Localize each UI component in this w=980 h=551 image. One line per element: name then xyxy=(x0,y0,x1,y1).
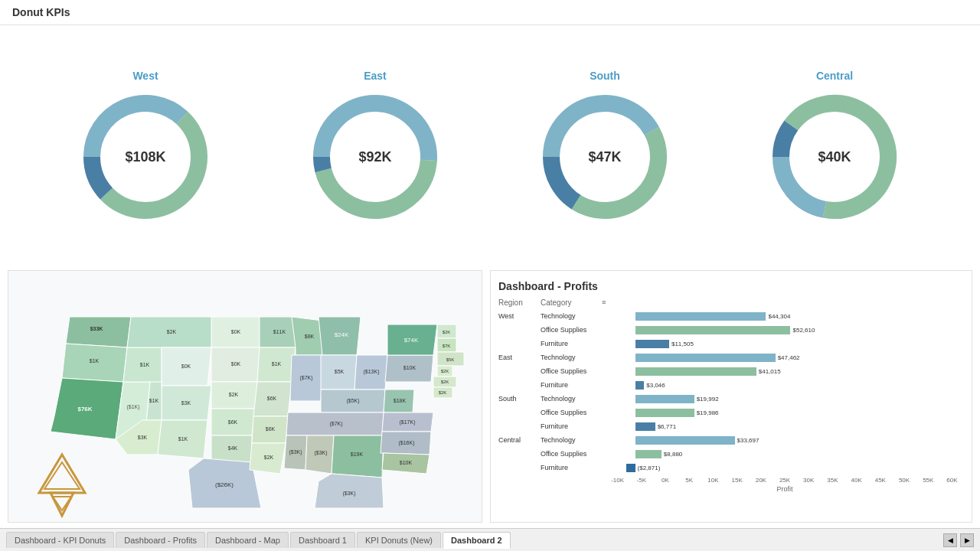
svg-text:$4K: $4K xyxy=(228,445,238,451)
bar-fill xyxy=(635,367,756,376)
bar-category-label: Office Supplies xyxy=(541,450,606,458)
bar-value-label: $19,992 xyxy=(697,396,719,403)
svg-text:$74K: $74K xyxy=(404,337,419,344)
donuts-section: West$108KEast$92KSouth$47KCentral$40K xyxy=(0,25,980,262)
tab-bar: Dashboard - KPI DonutsDashboard - Profit… xyxy=(0,528,980,551)
svg-text:$1K: $1K xyxy=(149,398,159,403)
tab-1[interactable]: Dashboard - Profits xyxy=(116,532,205,548)
svg-text:$1K: $1K xyxy=(272,361,282,367)
bar-category-label: Office Supplies xyxy=(541,367,606,375)
tab-scroll-left[interactable]: ◀ xyxy=(943,533,957,547)
bar-fill xyxy=(635,422,655,431)
donut-chart-east[interactable]: $92K xyxy=(306,88,444,226)
bar-wrapper: $8,880 xyxy=(606,450,964,458)
svg-text:$5K: $5K xyxy=(446,357,455,362)
bar-value-label: ($2,871) xyxy=(638,465,661,471)
bar-row: SouthTechnology$19,992 xyxy=(498,393,964,405)
donut-chart-west[interactable]: $108K xyxy=(77,88,214,226)
svg-text:$3K: $3K xyxy=(138,435,148,440)
bar-wrapper: ($2,871) xyxy=(606,464,964,472)
bar-wrapper: $47,462 xyxy=(606,354,964,362)
bottom-section: $33K $1K $76K ($1K) $1K xyxy=(0,262,980,528)
bar-row: Furniture$6,771 xyxy=(498,420,964,432)
bar-chart-header: Region Category ≡ xyxy=(498,298,964,307)
bar-fill xyxy=(635,409,694,417)
bar-region-label: Central xyxy=(498,436,541,444)
bar-wrapper: $11,505 xyxy=(606,340,964,348)
axis-label: 10K xyxy=(701,477,725,484)
bar-category-label: Furniture xyxy=(541,340,606,347)
bar-wrapper: $6,771 xyxy=(606,422,964,431)
bar-category-label: Technology xyxy=(541,436,606,444)
bar-rows: WestTechnology$44,304Office Supplies$52,… xyxy=(498,310,964,474)
svg-text:($7K): ($7K) xyxy=(299,375,312,381)
bar-value-label: $41,015 xyxy=(759,368,781,375)
svg-text:($16K): ($16K) xyxy=(398,440,414,446)
bar-row: Furniture($2,871) xyxy=(498,461,964,474)
tab-4[interactable]: KPI Donuts (New) xyxy=(357,532,441,548)
bar-category-label: Furniture xyxy=(541,464,606,471)
svg-text:$2K: $2K xyxy=(441,369,449,373)
svg-text:$24K: $24K xyxy=(335,331,349,338)
bar-row: Office Supplies$41,015 xyxy=(498,365,964,377)
donut-chart-central[interactable]: $40K xyxy=(766,88,903,226)
svg-text:$3K: $3K xyxy=(181,400,191,406)
header-region: Region xyxy=(498,298,541,307)
bar-category-label: Office Supplies xyxy=(541,326,606,334)
tab-scroll-right[interactable]: ▶ xyxy=(960,533,974,547)
axis-label: 0K xyxy=(653,477,677,484)
axis-label: 25K xyxy=(773,477,796,484)
svg-text:$6K: $6K xyxy=(228,419,238,425)
bar-wrapper: $33,697 xyxy=(606,436,964,445)
svg-text:$6K: $6K xyxy=(266,426,276,432)
bar-category-label: Furniture xyxy=(541,381,606,389)
svg-text:$0K: $0K xyxy=(181,364,191,369)
bar-row: Office Supplies$8,880 xyxy=(498,448,964,460)
tab-5[interactable]: Dashboard 2 xyxy=(443,532,511,549)
svg-text:$7K: $7K xyxy=(443,344,451,348)
donut-title-central: Central xyxy=(816,70,853,82)
tab-0[interactable]: Dashboard - KPI Donuts xyxy=(6,532,114,548)
svg-text:$6K: $6K xyxy=(267,396,277,401)
donut-west: West$108K xyxy=(61,70,230,226)
bar-value-label: $11,505 xyxy=(671,341,694,347)
svg-text:$0K: $0K xyxy=(231,361,241,367)
bar-fill xyxy=(635,436,735,445)
bar-value-label: $6,771 xyxy=(658,423,676,430)
bar-fill xyxy=(635,450,662,458)
bar-axis-label: Profit xyxy=(606,485,964,493)
axis-label: 5K xyxy=(678,477,701,484)
svg-text:($17K): ($17K) xyxy=(399,419,415,425)
bar-row: WestTechnology$44,304 xyxy=(498,310,964,322)
svg-text:$2K: $2K xyxy=(439,390,447,395)
bar-fill xyxy=(635,326,791,334)
svg-text:$8K: $8K xyxy=(305,334,315,339)
filter-icon[interactable]: ≡ xyxy=(602,298,606,307)
donut-chart-south[interactable]: $47K xyxy=(536,88,674,226)
bar-region-label: East xyxy=(498,354,541,361)
main-content: West$108KEast$92KSouth$47KCentral$40K $3… xyxy=(0,25,980,528)
page-title: Donut KPIs xyxy=(0,0,980,25)
svg-text:($5K): ($5K) xyxy=(346,398,359,404)
tab-icons: ◀ ▶ xyxy=(943,533,974,547)
donut-title-east: East xyxy=(364,70,387,82)
donut-south: South$47K xyxy=(521,70,689,226)
bar-chart-title: Dashboard - Profits xyxy=(498,280,964,292)
svg-text:($13K): ($13K) xyxy=(363,369,379,375)
svg-text:$2K: $2K xyxy=(229,392,239,397)
bar-category-label: Furniture xyxy=(541,422,606,430)
bar-fill xyxy=(626,464,635,472)
bar-row: CentralTechnology$33,697 xyxy=(498,434,964,446)
bar-axis: -10K-5K0K5K10K15K20K25K30K35K40K45K50K55… xyxy=(606,477,964,484)
bar-value-label: $3,046 xyxy=(646,382,665,389)
axis-label: -10K xyxy=(606,477,629,484)
bar-region-label: West xyxy=(498,312,541,320)
bar-value-label: $52,610 xyxy=(792,327,815,334)
bar-value-label: $47,462 xyxy=(778,354,800,361)
tab-3[interactable]: Dashboard 1 xyxy=(290,532,355,548)
axis-label: 55K xyxy=(916,477,940,484)
svg-text:$1K: $1K xyxy=(140,362,150,367)
state-WA[interactable] xyxy=(66,317,131,347)
tab-2[interactable]: Dashboard - Map xyxy=(207,532,289,548)
bar-wrapper: $41,015 xyxy=(606,367,964,376)
